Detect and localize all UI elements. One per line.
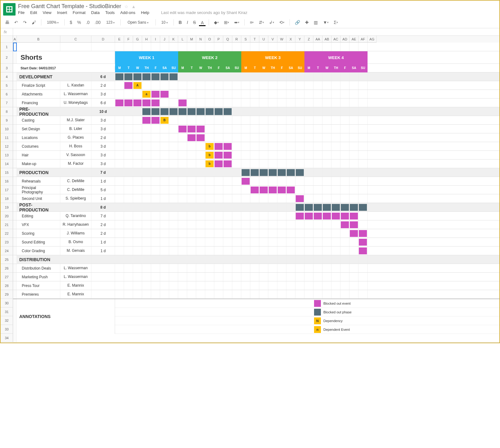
gantt-cell[interactable] [241, 99, 250, 107]
menu-help[interactable]: Help [141, 10, 149, 15]
day-header[interactable]: T [313, 64, 322, 72]
gantt-cell[interactable] [124, 273, 133, 281]
gantt-cell[interactable] [169, 273, 178, 281]
gantt-cell[interactable] [151, 159, 160, 168]
gantt-cell[interactable] [295, 133, 304, 142]
gantt-cell[interactable] [133, 99, 142, 107]
gantt-cell[interactable] [115, 125, 124, 133]
row-header[interactable]: 17 [1, 186, 13, 194]
gantt-cell[interactable] [205, 125, 214, 133]
percent-icon[interactable]: % [75, 19, 83, 26]
gantt-cell[interactable] [169, 90, 178, 98]
gantt-cell[interactable] [133, 116, 142, 124]
gantt-cell[interactable] [304, 273, 313, 281]
gantt-cell[interactable] [350, 168, 359, 177]
task-person[interactable]: Q. Tarantino [60, 212, 91, 220]
gantt-cell[interactable] [268, 72, 277, 81]
task-person[interactable]: V. Sassoon [60, 151, 91, 159]
gantt-cell[interactable] [196, 90, 205, 98]
gantt-cell[interactable] [142, 72, 151, 81]
gantt-cell[interactable] [178, 133, 187, 142]
gantt-cell[interactable] [223, 81, 232, 90]
gantt-cell[interactable] [196, 203, 205, 211]
gantt-cell[interactable] [313, 212, 322, 220]
gantt-cell[interactable] [232, 142, 241, 150]
gantt-cell[interactable] [151, 72, 160, 81]
column-header[interactable]: N [196, 36, 205, 43]
gantt-cell[interactable] [350, 72, 359, 81]
gantt-cell[interactable] [350, 220, 359, 229]
gantt-cell[interactable] [304, 116, 313, 124]
column-header[interactable]: AE [350, 36, 359, 43]
row-header[interactable]: 12 [1, 142, 13, 151]
gantt-cell[interactable] [232, 90, 241, 98]
gantt-cell[interactable] [313, 229, 322, 238]
gantt-cell[interactable] [169, 212, 178, 220]
gantt-cell[interactable] [160, 107, 169, 116]
gantt-cell[interactable] [214, 142, 223, 150]
gantt-cell[interactable] [160, 220, 169, 229]
gantt-cell[interactable] [350, 186, 359, 194]
gantt-cell[interactable] [241, 142, 250, 150]
column-header[interactable]: D [91, 36, 115, 43]
gantt-cell[interactable] [133, 220, 142, 229]
gantt-cell[interactable] [359, 238, 368, 246]
gantt-cell[interactable] [178, 203, 187, 211]
select-all-corner[interactable] [1, 36, 13, 43]
row-header[interactable]: 7 [1, 99, 13, 107]
gantt-cell[interactable] [169, 194, 178, 203]
gantt-cell[interactable] [241, 220, 250, 229]
gantt-cell[interactable] [115, 99, 124, 107]
gantt-cell[interactable] [268, 151, 277, 159]
gantt-cell[interactable] [178, 177, 187, 185]
column-header[interactable]: K [169, 36, 178, 43]
day-header[interactable]: M [178, 64, 187, 72]
day-header[interactable]: M [304, 64, 313, 72]
gantt-cell[interactable] [286, 177, 295, 185]
gantt-cell[interactable] [359, 212, 368, 220]
gantt-cell[interactable] [214, 151, 223, 159]
row-header[interactable]: 34 [1, 334, 13, 342]
gantt-cell[interactable] [142, 107, 151, 116]
task-duration[interactable]: 3 d [91, 142, 115, 150]
gantt-cell[interactable] [295, 81, 304, 90]
gantt-cell[interactable]: b [205, 159, 214, 168]
gantt-cell[interactable] [178, 229, 187, 238]
gantt-cell[interactable] [350, 194, 359, 203]
gantt-cell[interactable] [169, 247, 178, 255]
align-h-icon[interactable]: ≡ [248, 19, 256, 26]
gantt-cell[interactable] [115, 255, 124, 264]
gantt-cell[interactable] [268, 229, 277, 238]
task-duration[interactable] [91, 290, 115, 298]
gantt-cell[interactable] [133, 72, 142, 81]
gantt-cell[interactable] [178, 220, 187, 229]
phase-name[interactable]: POST-PRODUCTION [17, 203, 60, 211]
gantt-cell[interactable] [331, 116, 340, 124]
column-header[interactable]: J [160, 36, 169, 43]
gantt-cell[interactable] [331, 107, 340, 116]
gantt-cell[interactable] [259, 43, 268, 51]
task-duration[interactable]: 2 d [91, 229, 115, 238]
row-header[interactable]: 33 [1, 325, 13, 334]
day-header[interactable]: TH [142, 64, 151, 72]
gantt-cell[interactable] [178, 186, 187, 194]
gantt-cell[interactable] [151, 43, 160, 51]
gantt-cell[interactable] [268, 281, 277, 290]
gantt-cell[interactable] [133, 281, 142, 290]
gantt-cell[interactable] [178, 273, 187, 281]
gantt-cell[interactable] [205, 281, 214, 290]
menu-edit[interactable]: Edit [30, 10, 37, 15]
day-header[interactable]: SA [286, 64, 295, 72]
gantt-cell[interactable] [160, 177, 169, 185]
gantt-cell[interactable] [250, 186, 259, 194]
gantt-cell[interactable] [223, 177, 232, 185]
gantt-cell[interactable] [286, 281, 295, 290]
gantt-cell[interactable] [250, 255, 259, 264]
gantt-cell[interactable] [340, 264, 350, 272]
gantt-cell[interactable] [115, 168, 124, 177]
gantt-cell[interactable] [322, 212, 331, 220]
gantt-cell[interactable] [259, 107, 268, 116]
gantt-cell[interactable] [350, 107, 359, 116]
gantt-cell[interactable] [259, 264, 268, 272]
task-duration[interactable]: 6 d [91, 99, 115, 107]
